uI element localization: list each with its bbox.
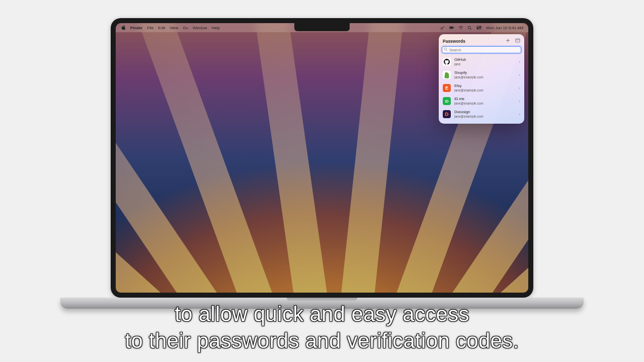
site-favicon: ID (443, 97, 451, 105)
menu-item-go[interactable]: Go (183, 26, 188, 30)
svg-point-4 (460, 29, 461, 30)
video-caption: to allow quick and easy access to their … (0, 301, 644, 354)
svg-point-0 (441, 28, 443, 29)
svg-point-10 (477, 28, 478, 29)
svg-line-16 (446, 50, 447, 51)
password-entry-list: GitHubjane›Shopifyjane@example.com›EEtsy… (442, 55, 521, 121)
screen-bezel: Finder File Edit View Go Window Help (111, 18, 533, 298)
menu-item-window[interactable]: Window (193, 26, 207, 30)
menu-app-name[interactable]: Finder (130, 26, 142, 30)
entry-username: jane@example.com (454, 75, 484, 79)
chevron-right-icon: › (519, 60, 520, 64)
password-entry[interactable]: EEtsyjane@example.com› (442, 81, 521, 95)
chevron-right-icon: › (519, 99, 520, 104)
password-entry[interactable]: Shopifyjane@example.com› (442, 68, 521, 81)
entry-site-name: Shopify (454, 71, 484, 75)
entry-site-name: ID.me (454, 97, 484, 102)
add-password-button[interactable] (506, 38, 510, 44)
menu-item-file[interactable]: File (147, 26, 153, 30)
entry-site-name: Etsy (454, 84, 484, 88)
svg-rect-13 (516, 39, 520, 42)
chevron-right-icon: › (519, 112, 520, 117)
spotlight-icon[interactable] (467, 25, 472, 30)
entry-site-name: Docusign (454, 110, 484, 115)
laptop-base (60, 298, 584, 309)
search-icon (444, 47, 448, 52)
svg-point-15 (444, 48, 447, 50)
screen: Finder File Edit View Go Window Help (116, 23, 528, 293)
menu-item-help[interactable]: Help (211, 26, 219, 30)
svg-rect-3 (453, 27, 454, 28)
site-favicon (443, 58, 451, 66)
menu-item-edit[interactable]: Edit (158, 26, 165, 30)
control-center-icon[interactable] (476, 25, 481, 30)
passwords-popover: Passwords Git (439, 34, 524, 124)
entry-site-name: GitHub (454, 58, 466, 62)
passwords-menubar-icon[interactable] (440, 25, 445, 30)
password-entry[interactable]: Docusignjane@example.com› (442, 108, 521, 121)
site-favicon (443, 110, 451, 118)
svg-rect-2 (450, 27, 453, 28)
search-input[interactable] (442, 46, 521, 53)
menu-item-view[interactable]: View (170, 26, 178, 30)
apple-logo-icon[interactable] (121, 25, 126, 30)
chevron-right-icon: › (519, 86, 520, 90)
entry-username: jane@example.com (454, 115, 484, 118)
display-notch (294, 23, 350, 31)
site-favicon (443, 71, 451, 79)
password-entry[interactable]: IDID.mejane@example.com› (442, 95, 521, 108)
battery-icon[interactable] (449, 25, 454, 30)
wifi-icon[interactable] (458, 25, 463, 30)
svg-point-5 (468, 26, 470, 29)
password-entry[interactable]: GitHubjane› (442, 55, 521, 68)
open-passwords-app-button[interactable] (515, 38, 520, 44)
entry-username: jane (454, 62, 466, 66)
entry-username: jane@example.com (454, 102, 484, 105)
svg-line-6 (470, 28, 472, 30)
popover-title: Passwords (443, 39, 465, 44)
menu-datetime[interactable]: Mon Jun 10 9:41 AM (487, 26, 523, 30)
chevron-right-icon: › (519, 73, 520, 77)
laptop-frame: Finder File Edit View Go Window Help (111, 18, 533, 309)
entry-username: jane@example.com (454, 88, 484, 92)
svg-point-8 (479, 27, 480, 28)
caption-line-2: to their passwords and verification code… (0, 328, 644, 354)
site-favicon: E (443, 84, 451, 92)
